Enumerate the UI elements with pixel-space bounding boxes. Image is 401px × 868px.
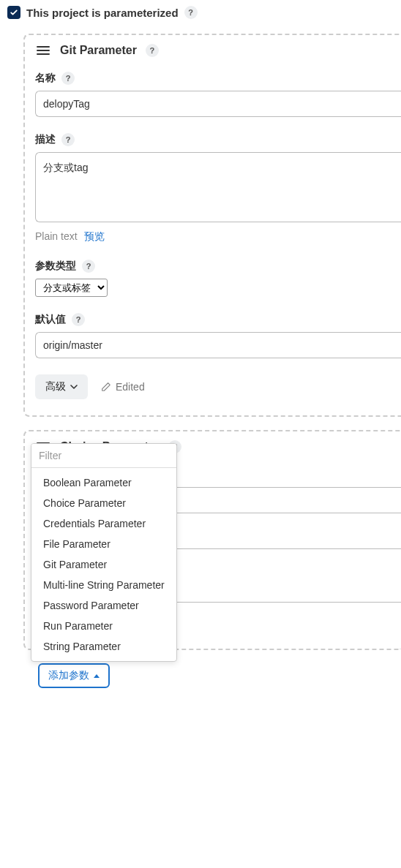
git-parameter-section: Git Parameter ? 名称 ? 描述 ? 分支或tag Plain t… bbox=[23, 34, 401, 417]
help-icon[interactable]: ? bbox=[61, 72, 75, 85]
parameterized-label: This project is parameterized bbox=[26, 7, 179, 19]
plain-text-label: Plain text bbox=[35, 230, 78, 242]
help-icon[interactable]: ? bbox=[72, 313, 85, 326]
help-icon[interactable]: ? bbox=[82, 260, 95, 273]
dropdown-item[interactable]: Run Parameter bbox=[31, 616, 176, 636]
help-icon[interactable]: ? bbox=[184, 6, 198, 19]
triangle-up-icon bbox=[94, 674, 100, 678]
desc-label: 描述 bbox=[35, 133, 56, 146]
edited-indicator: Edited bbox=[101, 381, 145, 393]
name-label: 名称 bbox=[35, 72, 56, 85]
dropdown-item[interactable]: File Parameter bbox=[31, 534, 176, 554]
section-title: Git Parameter bbox=[60, 44, 137, 57]
chevron-down-icon bbox=[70, 383, 78, 390]
advanced-button-label: 高级 bbox=[45, 380, 66, 393]
dropdown-item[interactable]: Multi-line String Parameter bbox=[31, 575, 176, 595]
dropdown-item[interactable]: Password Parameter bbox=[31, 595, 176, 616]
help-icon[interactable]: ? bbox=[61, 133, 75, 146]
help-icon[interactable]: ? bbox=[146, 44, 159, 57]
parameterized-checkbox[interactable] bbox=[7, 6, 20, 19]
add-parameter-label: 添加参数 bbox=[48, 669, 89, 682]
add-parameter-dropdown: Boolean ParameterChoice ParameterCredent… bbox=[31, 443, 177, 662]
filter-input[interactable] bbox=[31, 444, 176, 468]
git-desc-textarea[interactable]: 分支或tag bbox=[35, 152, 401, 222]
param-type-label: 参数类型 bbox=[35, 260, 76, 273]
param-type-select[interactable]: 分支或标签 bbox=[35, 279, 108, 297]
drag-handle-icon[interactable] bbox=[35, 44, 51, 57]
default-label: 默认值 bbox=[35, 313, 66, 326]
advanced-button[interactable]: 高级 bbox=[35, 374, 88, 399]
dropdown-item[interactable]: Choice Parameter bbox=[31, 493, 176, 513]
dropdown-item[interactable]: Boolean Parameter bbox=[31, 472, 176, 493]
dropdown-item[interactable]: String Parameter bbox=[31, 636, 176, 657]
add-parameter-button[interactable]: 添加参数 bbox=[38, 663, 110, 688]
git-default-input[interactable] bbox=[35, 332, 401, 358]
check-icon bbox=[10, 8, 18, 17]
dropdown-item[interactable]: Git Parameter bbox=[31, 554, 176, 575]
pencil-icon bbox=[101, 382, 111, 392]
preview-link[interactable]: 预览 bbox=[84, 230, 105, 242]
dropdown-item[interactable]: Credentials Parameter bbox=[31, 513, 176, 534]
git-name-input[interactable] bbox=[35, 91, 401, 117]
